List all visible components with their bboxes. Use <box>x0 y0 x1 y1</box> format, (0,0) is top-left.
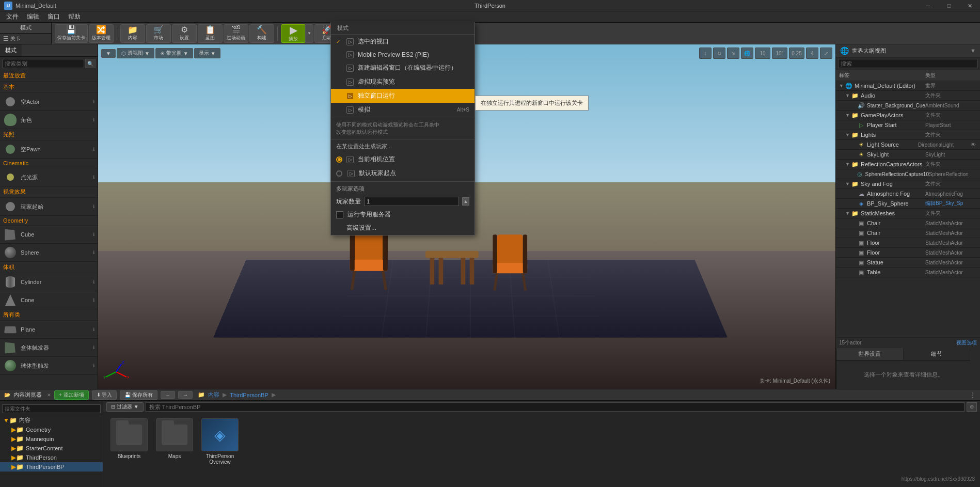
dropdown-camera-pos[interactable]: ▷ 当前相机位置 <box>331 152 475 166</box>
market-button[interactable]: 🛒 市场 <box>146 24 171 43</box>
dropdown-vr-preview[interactable]: ▷ 虚拟现实预览 <box>331 75 475 89</box>
category-recent[interactable]: 最近放置 <box>0 70 98 82</box>
play-dropdown[interactable]: ▼ <box>305 24 313 43</box>
outliner-audio[interactable]: ▼ 📁 Audio 文件夹 <box>836 91 980 101</box>
outliner-floor-2[interactable]: ▣ Floor StaticMeshActor <box>836 248 980 258</box>
item-sphere-trigger[interactable]: 球体型触发 ℹ <box>0 357 98 375</box>
outliner-static-meshes[interactable]: ▼ 📁 StaticMeshes 文件夹 <box>836 209 980 218</box>
content-button[interactable]: 📁 内容 <box>120 24 145 43</box>
item-plane[interactable]: Plane ℹ <box>0 321 98 339</box>
version-control-button[interactable]: 🔀 版本管理 <box>89 24 114 43</box>
nav-back-button[interactable]: ← <box>161 391 175 399</box>
outliner-chair-1[interactable]: ▣ Chair StaticMeshActor <box>836 218 980 228</box>
scale-snap-button[interactable]: 0.25 <box>789 48 804 59</box>
outliner-chair-2[interactable]: ▣ Chair StaticMeshActor <box>836 228 980 238</box>
settings-button[interactable]: ⚙ 设置 <box>172 24 197 43</box>
content-browser-options[interactable]: ⋮ <box>970 391 976 399</box>
content-third-person-overview[interactable]: ◈ ThirdPerson Overview <box>199 418 241 465</box>
play-button[interactable]: ▶ 插放 <box>281 24 306 43</box>
dropdown-default-player[interactable]: ▷ 默认玩家起点 <box>331 166 475 180</box>
nav-forward-button[interactable]: → <box>178 391 193 399</box>
menu-help[interactable]: 帮助 <box>64 11 85 22</box>
perspective-button[interactable]: ⬡ 透视图 ▼ <box>117 48 154 58</box>
outliner-gameplay[interactable]: ▼ 📁 GamePlayActors 文件夹 <box>836 111 980 120</box>
outliner-reflection[interactable]: ▼ 📁 ReflectionCaptureActors 文件夹 <box>836 160 980 169</box>
content-blueprints[interactable]: Blueprints <box>108 418 150 459</box>
outliner-world[interactable]: ▼ 🌐 Minimal_Default (Editor) 世界 <box>836 81 980 91</box>
category-cinematic[interactable]: Cinematic <box>0 159 98 168</box>
outliner-bp-sky[interactable]: ◈ BP_Sky_Sphere 编辑BP_Sky_Sp <box>836 199 980 209</box>
dropdown-simulate[interactable]: ▷ 模拟 Alt+S <box>331 103 475 117</box>
world-settings-tab[interactable]: 世界设置 <box>836 348 904 360</box>
add-new-button[interactable]: + 添加新项 <box>54 390 89 400</box>
translate-tool[interactable]: ↕ <box>699 48 712 59</box>
player-count-input[interactable] <box>364 197 459 206</box>
outliner-table[interactable]: ▣ Table StaticMeshActor <box>836 268 980 277</box>
angle-snap-button[interactable]: 10° <box>772 48 787 59</box>
save-current-level-button[interactable]: 💾 保存当前关卡 <box>55 24 88 43</box>
world-space-tool[interactable]: 🌐 <box>741 48 753 59</box>
path-third-person-bp[interactable]: ThirdPersonBP <box>230 392 268 398</box>
tab-modes[interactable]: 模式 <box>0 44 22 56</box>
tree-third-person-bp[interactable]: ▶📁 ThirdPersonBP <box>0 462 103 472</box>
outliner-sphere-reflection[interactable]: ◎ SphereReflectionCapture10 SphereReflec… <box>836 169 980 179</box>
place-tab[interactable]: ☰ 关卡 <box>3 35 21 42</box>
dropdown-mobile-preview[interactable]: ▷ Mobile Preview ES2 (PIE) <box>331 49 475 61</box>
outliner-player-start[interactable]: ▷ Player Start PlayerStart <box>836 120 980 130</box>
item-player-start[interactable]: 玩家起始 ℹ <box>0 198 98 216</box>
content-browser-close[interactable]: ✕ <box>47 392 51 398</box>
category-visual[interactable]: 视觉效果 <box>0 186 98 198</box>
outliner-collapse[interactable]: ▼ <box>970 48 976 54</box>
tree-geometry[interactable]: ▶📁 Geometry <box>0 425 103 434</box>
item-cylinder[interactable]: Cylinder ℹ <box>0 273 98 291</box>
search-button[interactable]: 🔍 <box>85 59 96 68</box>
file-search-input[interactable] <box>2 404 101 413</box>
cinematics-button[interactable]: 🎬 过场动画 <box>224 24 248 43</box>
outliner-lights[interactable]: ▼ 📁 Lights 文件夹 <box>836 130 980 140</box>
outliner-floor-1[interactable]: ▣ Floor StaticMeshActor <box>836 238 980 248</box>
tree-mannequin[interactable]: ▶📁 Mannequin <box>0 434 103 444</box>
tree-content[interactable]: ▼📁 内容 <box>0 415 103 425</box>
outliner-starter-bg[interactable]: 🔊 Starter_Background_Cue AmbientSound <box>836 101 980 111</box>
view-options-button[interactable]: 视图选项 <box>956 339 977 347</box>
close-button[interactable]: ✕ <box>959 0 980 11</box>
viewport-options-button[interactable]: ▼ <box>101 49 116 58</box>
category-volume[interactable]: 体积 <box>0 262 98 273</box>
category-geometry[interactable]: Geometry <box>0 216 98 226</box>
menu-file[interactable]: 文件 <box>2 11 23 22</box>
content-search-input[interactable] <box>146 402 965 412</box>
dropdown-new-editor[interactable]: ▷ 新建编辑器窗口（在编辑器中运行） <box>331 61 475 75</box>
category-lighting[interactable]: 光照 <box>0 129 98 140</box>
path-content[interactable]: 内容 <box>208 391 219 399</box>
light-source-visibility[interactable]: 👁 <box>970 141 977 148</box>
rotate-tool[interactable]: ↻ <box>713 48 725 59</box>
item-character[interactable]: 角色 ℹ <box>0 111 98 129</box>
tree-starter[interactable]: ▶📁 StarterContent <box>0 444 103 453</box>
dropdown-dedicated-server[interactable]: 运行专用服务器 <box>331 208 475 221</box>
details-tab[interactable]: 细节 <box>904 348 971 360</box>
import-button[interactable]: ⬇ 导入 <box>92 390 117 400</box>
minimize-button[interactable]: ─ <box>918 0 939 11</box>
scale-tool[interactable]: ⇲ <box>727 48 739 59</box>
build-button[interactable]: 🔨 构建 <box>249 24 274 43</box>
spin-up-button[interactable]: ▲ <box>462 197 469 206</box>
outliner-skylight[interactable]: ☀ SkyLight SkyLight <box>836 150 980 160</box>
outliner-search-input[interactable] <box>838 59 978 68</box>
camera-speed-button[interactable]: 4 <box>806 48 818 59</box>
outliner-statue[interactable]: ▣ Statue StaticMeshActor <box>836 258 980 268</box>
search-expand-button[interactable]: ⊕ <box>967 402 977 412</box>
maximize-viewport-button[interactable]: ⤢ <box>820 48 832 59</box>
outliner-atm-fog[interactable]: ☁ Atmospheric Fog AtmosphericFog <box>836 189 980 199</box>
item-point-light[interactable]: 点光源 ℹ <box>0 168 98 186</box>
search-input[interactable] <box>2 59 84 68</box>
blueprint-button[interactable]: 📋 蓝图 <box>198 24 223 43</box>
item-empty-actor[interactable]: 空Actor ℹ <box>0 93 98 111</box>
dedicated-server-checkbox[interactable] <box>336 211 343 218</box>
menu-edit[interactable]: 编辑 <box>23 11 43 22</box>
item-cone[interactable]: Cone ℹ <box>0 291 98 309</box>
tree-third-person[interactable]: ▶📁 ThirdPerson <box>0 453 103 462</box>
save-all-button[interactable]: 💾 保存所有 <box>120 390 157 400</box>
menu-window[interactable]: 窗口 <box>43 11 64 22</box>
maximize-button[interactable]: □ <box>939 0 959 11</box>
item-box-trigger[interactable]: 盒体触发器 ℹ <box>0 339 98 357</box>
